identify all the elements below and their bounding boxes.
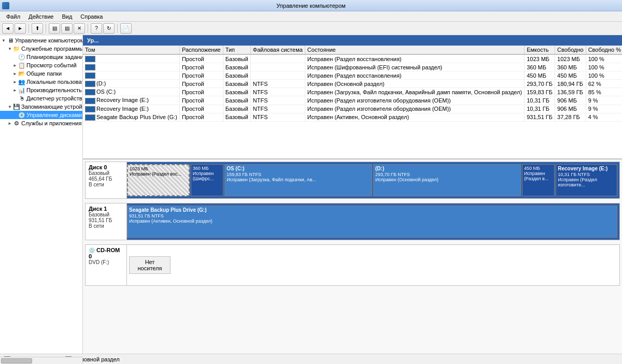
disk0-part3-os[interactable]: OS (C:) 159,83 ГБ NTFS Исправен (Загрузк…	[224, 164, 372, 196]
disk-table-container: Том Расположение Тип Файловая система Со…	[83, 46, 622, 159]
menu-help[interactable]: Справка	[76, 12, 107, 21]
legend-item-primary: Основной раздел	[83, 356, 120, 362]
expand-icon-root: ▼	[1, 38, 6, 43]
table-cell-status: Исправен (Загрузка, Файл подкачки, Авари…	[305, 88, 524, 96]
disk-table: Том Расположение Тип Файловая система Со…	[83, 46, 622, 122]
table-cell-status: Исправен (Раздел изготовителя оборудован…	[305, 105, 524, 113]
right-header-label: Ур...	[83, 37, 98, 43]
tree-item-scheduler[interactable]: 🕐 Планировщик заданий	[0, 53, 82, 61]
table-cell-status: Исправен (Раздел восстановления)	[305, 71, 524, 80]
table-cell-freepct: 62 %	[586, 80, 622, 88]
tree-item-diskmgmt[interactable]: 💿 Управление дисками	[0, 111, 82, 119]
table-cell-freepct: 85 %	[586, 88, 622, 96]
table-cell-location: Простой	[179, 113, 223, 121]
table-cell-freepct: 100 %	[586, 63, 622, 71]
properties-button[interactable]: ✕	[74, 23, 85, 34]
table-cell-fs	[250, 63, 305, 71]
cdrom0-no-media-label: Нет носителя	[138, 259, 162, 271]
users-icon: 👥	[18, 78, 25, 85]
disk0-part1-size: 1023 МБ	[130, 166, 187, 171]
table-cell-free: 1023 МБ	[555, 54, 586, 63]
list-icon-events: 📋	[18, 62, 25, 69]
tree-label-devmgr: Диспетчер устройств	[26, 95, 82, 101]
tree-label-perf: Производительность	[26, 87, 82, 93]
disk0-part2[interactable]: 360 МБ Исправен (Шифрс...	[191, 164, 223, 196]
menu-bar: Файл Действие Вид Справка	[0, 11, 622, 22]
help-button[interactable]: ?	[91, 23, 102, 34]
disk1-part1-status: Исправен (Активен, Основной раздел)	[129, 219, 615, 224]
up-button[interactable]: ⬆	[32, 23, 43, 34]
table-cell-type: Базовый	[223, 88, 250, 96]
tree-item-eventvwr[interactable]: ► 📋 Просмотр событий	[0, 61, 82, 69]
disk1-part1-name: Seagate Backup Plus Drive (G:)	[129, 207, 615, 213]
menu-file[interactable]: Файл	[2, 12, 24, 21]
col-header-location[interactable]: Расположение	[179, 46, 223, 54]
disk1-net: В сети	[89, 223, 123, 229]
forward-button[interactable]: ►	[15, 23, 26, 34]
table-cell-name: Recovery Image (E:)	[83, 105, 179, 113]
table-cell-freepct: 100 %	[586, 54, 622, 63]
toolbar-separator-4	[117, 24, 118, 33]
table-row[interactable]: Seagate Backup Plus Drive (G:)ПростойБаз…	[83, 113, 622, 121]
storage-icon: 💾	[13, 103, 20, 110]
table-cell-capacity: 450 МБ	[525, 71, 555, 80]
disk0-part3-name: OS (C:)	[227, 166, 370, 171]
disk0-size: 465,64 ГБ	[89, 176, 123, 182]
table-cell-name: Seagate Backup Plus Drive (G:)	[83, 113, 179, 121]
disk-map-row-cdrom0: 💿 CD-ROM 0 DVD (F:) Нет носителя	[85, 244, 620, 286]
expand-icon-svcapp: ►	[7, 121, 12, 126]
menu-action[interactable]: Действие	[24, 12, 58, 21]
col-header-free[interactable]: Свободно	[555, 46, 586, 54]
col-header-type[interactable]: Тип	[223, 46, 250, 54]
disk0-part6-recovery[interactable]: Recovery Image (E:) 10,31 ГБ NTFS Исправ…	[556, 164, 617, 196]
table-cell-capacity: 10,31 ГБ	[525, 96, 555, 105]
disk0-type: Базовый	[89, 170, 123, 176]
menu-view[interactable]: Вид	[58, 12, 76, 21]
disk0-part5[interactable]: 450 МБ Исправен (Раздел в...	[522, 164, 555, 196]
table-row[interactable]: ПростойБазовыйИсправен (Раздел восстанов…	[83, 71, 622, 80]
tree-item-perf[interactable]: ► 📊 Производительность	[0, 86, 82, 94]
table-cell-fs: NTFS	[250, 113, 305, 121]
disk0-part5-status: Исправен (Раздел в...	[524, 171, 553, 181]
show-hide-button2[interactable]: ▤	[61, 23, 73, 34]
col-header-fs[interactable]: Файловая система	[250, 46, 305, 54]
toolbar-separator-3	[88, 24, 88, 33]
disk0-part4-status: Исправен (Основной раздел)	[375, 177, 519, 182]
disk0-part1-status: Исправен (Раздел вос...	[130, 171, 187, 177]
tree-h-scrollbar[interactable]	[0, 357, 83, 364]
table-cell-free: 180,94 ГБ	[555, 80, 586, 88]
disk0-part6-status: Исправен (Раздел изготовите...	[558, 177, 615, 187]
disk0-part1[interactable]: 1023 МБ Исправен (Раздел вос...	[127, 164, 190, 196]
col-header-capacity[interactable]: Емкость	[525, 46, 555, 54]
disk1-part1-seagate[interactable]: Seagate Backup Plus Drive (G:) 931,51 ГБ…	[127, 206, 617, 238]
disk1-name: Диск 1	[89, 206, 123, 212]
table-row[interactable]: Recovery Image (E:)ПростойБазовыйNTFSИсп…	[83, 105, 622, 113]
tree-item-services[interactable]: ▼ 📁 Служебные программы	[0, 45, 82, 53]
col-header-freepct[interactable]: Свободно %	[586, 46, 622, 54]
tree-item-storage[interactable]: ▼ 💾 Запоминающие устройс...	[0, 103, 82, 111]
disk0-part3-size: 159,83 ГБ NTFS	[227, 172, 370, 177]
disk0-part4-d[interactable]: (D:) 293,70 ГБ NTFS Исправен (Основной р…	[373, 164, 521, 196]
tree-item-users[interactable]: ► 👥 Локальные пользовате...	[0, 78, 82, 86]
tree-item-devmgr[interactable]: 🖱 Диспетчер устройств	[0, 94, 82, 103]
disk0-label: Диск 0 Базовый 465,64 ГБ В сети	[86, 162, 127, 198]
disk0-part5-size: 450 МБ	[524, 166, 553, 171]
table-row[interactable]: ПростойБазовыйИсправен (Раздел восстанов…	[83, 54, 622, 63]
tree-item-root[interactable]: ▼ 🖥 Управление компьютером (А...	[0, 36, 82, 45]
back-button[interactable]: ◄	[2, 23, 13, 34]
col-header-status[interactable]: Состояние	[305, 46, 524, 54]
refresh-button[interactable]: ↻	[103, 23, 115, 34]
table-row[interactable]: OS (C:)ПростойБазовыйNTFSИсправен (Загру…	[83, 88, 622, 96]
table-cell-free: 136,59 ГБ	[555, 88, 586, 96]
col-header-name[interactable]: Том	[83, 46, 179, 54]
disk0-part6-size: 10,31 ГБ NTFS	[558, 172, 615, 177]
show-hide-button[interactable]: ▤	[49, 23, 60, 34]
tree-item-svcapp[interactable]: ► ⚙ Службы и приложения	[0, 119, 82, 127]
table-row[interactable]: (D:)ПростойБазовыйNTFSИсправен (Основной…	[83, 80, 622, 88]
tree-item-folders[interactable]: ► 📂 Общие папки	[0, 69, 82, 78]
table-row[interactable]: Recovery Image (E:)ПростойБазовыйNTFSИсп…	[83, 96, 622, 105]
table-cell-name: Recovery Image (E:)	[83, 96, 179, 105]
table-row[interactable]: ПростойБазовыйИсправен (Шифрованный (EFI…	[83, 63, 622, 71]
export-button[interactable]: 📄	[120, 23, 132, 34]
chart-icon: 📊	[18, 86, 25, 94]
